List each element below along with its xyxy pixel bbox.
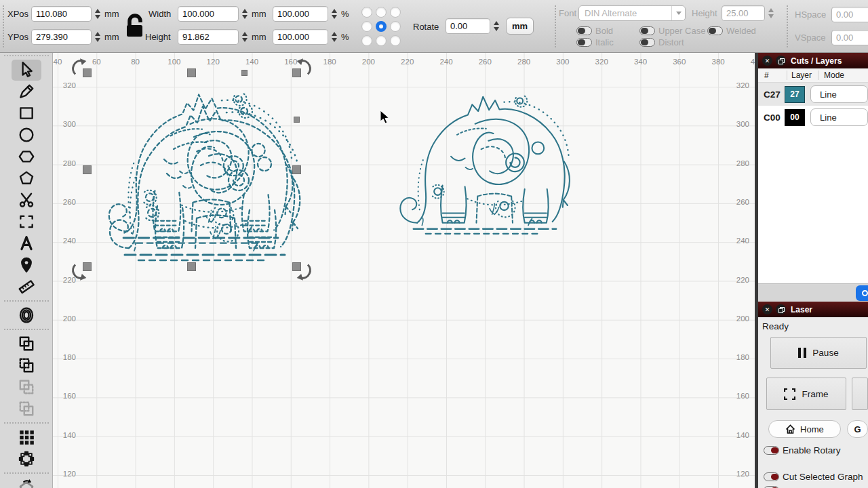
units-button[interactable]: mm	[506, 18, 534, 35]
rotate-stepper[interactable]	[492, 18, 501, 34]
width-percent-field[interactable]: 100.000	[273, 6, 328, 22]
font-height-stepper[interactable]	[766, 5, 776, 21]
draw-lines-tool[interactable]	[12, 81, 41, 102]
home-button[interactable]: Home	[768, 420, 841, 438]
rotate-field[interactable]: 0.00	[446, 18, 490, 34]
selection-rotate-handle[interactable]	[71, 262, 90, 281]
polygon-tool[interactable]	[12, 146, 41, 167]
vspace-label: VSpace	[795, 33, 826, 43]
anchor-dot[interactable]	[376, 7, 387, 18]
close-icon[interactable]: ✕	[762, 56, 772, 66]
cuts-layers-titlebar: ✕ Cuts / Layers	[758, 53, 868, 68]
palette-grip[interactable]	[4, 55, 49, 56]
pin-icon	[18, 256, 35, 274]
boolean-difference-tool[interactable]	[12, 377, 41, 398]
ellipse-tool[interactable]	[12, 125, 41, 146]
font-height-field[interactable]: 25.00	[722, 5, 765, 21]
distort-toggle[interactable]: Distort	[639, 37, 684, 47]
layer-mode-select[interactable]: Line	[810, 85, 868, 103]
selection-resize-handle[interactable]	[292, 165, 301, 174]
grid-array-tool[interactable]	[12, 427, 41, 448]
boolean-intersect-tool[interactable]	[12, 399, 41, 420]
edit-nodes-tool[interactable]	[12, 168, 41, 189]
height-stepper[interactable]	[240, 29, 250, 45]
bold-toggle[interactable]: Bold	[576, 26, 613, 36]
height-field[interactable]: 91.862	[178, 29, 239, 45]
layer-color-swatch[interactable]: 00	[785, 109, 805, 126]
selection-rotate-handle[interactable]	[294, 262, 313, 281]
layer-color-swatch[interactable]: 27	[785, 86, 805, 103]
bool-intersect-icon	[18, 400, 35, 418]
xpos-field[interactable]: 110.080	[31, 6, 92, 22]
toolbar-grip[interactable]	[787, 5, 788, 47]
cut-selected-toggle[interactable]: Cut Selected Graph	[764, 472, 868, 482]
pause-button[interactable]: Pause	[770, 337, 867, 369]
trim-tool[interactable]	[12, 190, 41, 211]
frame-secondary-button[interactable]	[852, 378, 868, 410]
offset-shapes-tool[interactable]	[12, 305, 41, 326]
anchor-dot[interactable]	[376, 35, 387, 46]
weld-shape-tool[interactable]	[12, 477, 41, 488]
measure-tool[interactable]	[12, 277, 41, 298]
anchor-dot[interactable]	[361, 7, 372, 18]
lock-aspect-icon[interactable]	[123, 12, 145, 40]
panel-accent-button[interactable]	[856, 285, 868, 301]
layer-row-c27[interactable]: C27 27 Line	[758, 83, 868, 106]
italic-toggle[interactable]: Italic	[576, 37, 614, 47]
ellipse-icon	[18, 126, 35, 144]
popout-icon[interactable]	[776, 304, 786, 314]
selection-skew-handle[interactable]	[294, 117, 300, 123]
boolean-union-tool[interactable]	[12, 333, 41, 354]
frame-button[interactable]: Frame	[766, 378, 846, 410]
rectangle-tool[interactable]	[12, 103, 41, 124]
layer-mode-select[interactable]: Line	[810, 108, 868, 126]
selection-resize-handle[interactable]	[83, 165, 92, 174]
height-percent-stepper[interactable]	[330, 29, 339, 45]
close-icon[interactable]: ✕	[762, 304, 772, 314]
elephant-design-left[interactable]	[109, 94, 293, 243]
anchor-dot[interactable]	[390, 21, 401, 32]
selection-rotate-handle[interactable]	[294, 58, 313, 77]
go-button[interactable]: G	[847, 420, 868, 438]
anchor-point-grid[interactable]	[360, 5, 402, 47]
selection-resize-handle[interactable]	[187, 68, 196, 77]
width-field[interactable]: 100.000	[178, 6, 239, 22]
anchor-dot[interactable]	[361, 21, 372, 32]
anchor-dot[interactable]	[390, 7, 401, 18]
anchor-dot[interactable]	[390, 35, 401, 46]
width-percent-unit: %	[341, 9, 349, 19]
width-stepper[interactable]	[240, 6, 250, 22]
bool-subtract-icon	[18, 357, 35, 374]
toolbar-grip[interactable]	[3, 5, 4, 47]
selection-resize-handle[interactable]	[187, 262, 196, 271]
ypos-stepper[interactable]	[93, 29, 102, 45]
pentagon-arrow-icon	[18, 479, 35, 488]
selection-rotate-handle[interactable]	[71, 58, 90, 77]
position-pin-tool[interactable]	[12, 255, 41, 276]
selection-skew-handle[interactable]	[241, 70, 248, 76]
vspace-field[interactable]: 0.00	[831, 30, 868, 45]
upper-case-toggle[interactable]: Upper Case	[639, 26, 705, 36]
hspace-field[interactable]: 0.00	[831, 7, 868, 22]
circular-array-tool[interactable]	[12, 449, 41, 470]
width-label: Width	[149, 9, 171, 19]
rubber-band-select-tool[interactable]	[12, 211, 41, 232]
anchor-dot-selected[interactable]	[376, 21, 387, 32]
layer-row-c00[interactable]: C00 00 Line	[758, 106, 868, 129]
toolbar-grip[interactable]	[555, 5, 556, 47]
width-percent-stepper[interactable]	[330, 6, 339, 22]
popout-icon[interactable]	[776, 56, 786, 66]
text-tool[interactable]	[12, 233, 41, 254]
xpos-stepper[interactable]	[93, 6, 102, 22]
enable-rotary-toggle[interactable]: Enable Rotary	[764, 445, 868, 455]
select-tool[interactable]	[12, 60, 41, 81]
panel-gap	[758, 283, 868, 302]
ypos-field[interactable]: 279.390	[31, 29, 92, 45]
welded-toggle[interactable]: Welded	[707, 26, 756, 36]
elephant-design-right[interactable]	[400, 96, 570, 234]
anchor-dot[interactable]	[361, 35, 372, 46]
font-combo[interactable]: DIN Alternate	[578, 5, 686, 21]
design-canvas[interactable]: 4060801001201401601802002202402602803003…	[53, 53, 755, 488]
boolean-subtract-tool[interactable]	[12, 355, 41, 376]
height-percent-field[interactable]: 100.000	[273, 29, 328, 45]
